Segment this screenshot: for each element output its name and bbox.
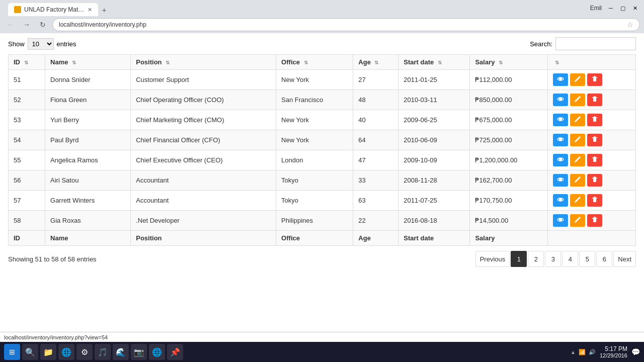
bookmark-icon[interactable]: ☆ xyxy=(627,21,633,29)
cell-salary: ₱112,000.00 xyxy=(470,70,547,90)
delete-btn[interactable] xyxy=(587,154,602,166)
address-bar[interactable]: localhost/inventory/inventory.php ☆ xyxy=(52,18,640,31)
table-row: 51Donna SniderCustomer SupportNew York27… xyxy=(9,70,636,90)
new-tab-btn[interactable]: + xyxy=(98,4,110,16)
page-btn-2[interactable]: 2 xyxy=(528,251,544,267)
cell-startdate: 2009-06-25 xyxy=(398,110,470,130)
search-input[interactable] xyxy=(555,37,636,50)
cell-age: 48 xyxy=(353,90,398,110)
col-header-id[interactable]: ID ⇅ xyxy=(9,55,45,70)
back-btn[interactable]: ← xyxy=(4,18,17,31)
tray-icon-up[interactable]: ▲ xyxy=(571,349,576,355)
col-header-startdate[interactable]: Start date ⇅ xyxy=(398,55,470,70)
col-header-position[interactable]: Position ⇅ xyxy=(131,55,276,70)
foot-col-name: Name xyxy=(45,231,131,246)
tab-title: UNLAD Factory Materi... xyxy=(24,6,85,13)
active-tab[interactable]: UNLAD Factory Materi... ✕ xyxy=(8,3,98,16)
page-btn-6[interactable]: 6 xyxy=(596,251,612,267)
previous-btn[interactable]: Previous xyxy=(475,251,510,267)
cell-id: 56 xyxy=(9,170,45,191)
tray-volume[interactable]: 🔊 xyxy=(589,349,596,355)
browser-window: UNLAD Factory Materi... ✕ + Emil ← → ↻ l… xyxy=(0,0,644,362)
edit-btn[interactable] xyxy=(570,154,585,166)
edit-btn[interactable] xyxy=(570,174,585,187)
view-btn[interactable] xyxy=(553,94,568,106)
taskbar-app4[interactable]: 🌐 xyxy=(149,344,165,360)
edit-btn[interactable] xyxy=(570,94,585,106)
search-box: Search: xyxy=(530,37,636,50)
cell-actions xyxy=(547,170,635,191)
maximize-btn[interactable] xyxy=(618,3,628,13)
forward-btn[interactable]: → xyxy=(20,18,33,31)
next-btn[interactable]: Next xyxy=(613,251,636,267)
edit-btn[interactable] xyxy=(570,114,585,126)
delete-btn[interactable] xyxy=(587,194,602,207)
cell-salary: ₱850,000.00 xyxy=(470,90,547,110)
col-header-salary[interactable]: Salary ⇅ xyxy=(470,55,547,70)
view-btn[interactable] xyxy=(553,214,568,227)
page-content: Show 10 25 50 100 entries Search: ID ⇅ N… xyxy=(0,33,644,332)
page-btn-1[interactable]: 1 xyxy=(511,251,527,267)
delete-btn[interactable] xyxy=(587,174,602,187)
taskbar-files[interactable]: 📁 xyxy=(40,344,56,360)
search-label: Search: xyxy=(530,40,552,48)
delete-btn[interactable] xyxy=(587,114,602,126)
view-btn[interactable] xyxy=(553,194,568,207)
page-btn-4[interactable]: 4 xyxy=(562,251,578,267)
edit-btn[interactable] xyxy=(570,194,585,207)
col-header-office[interactable]: Office ⇅ xyxy=(276,55,353,70)
taskbar-app1[interactable]: 🎵 xyxy=(95,344,111,360)
title-bar-right: Emil xyxy=(590,3,640,13)
taskbar-browser-chrome[interactable]: 🌐 xyxy=(58,344,74,360)
entries-label: entries xyxy=(57,40,76,48)
notification-icon[interactable]: 💬 xyxy=(631,348,640,356)
edit-btn[interactable] xyxy=(570,73,585,86)
refresh-btn[interactable]: ↻ xyxy=(36,18,49,31)
cell-office: New York xyxy=(276,70,353,90)
view-btn[interactable] xyxy=(553,154,568,166)
cell-salary: ₱170,750.00 xyxy=(470,191,547,211)
view-btn[interactable] xyxy=(553,134,568,146)
edit-btn[interactable] xyxy=(570,134,585,146)
edit-btn[interactable] xyxy=(570,214,585,227)
entries-select[interactable]: 10 25 50 100 xyxy=(28,38,54,50)
foot-col-age: Age xyxy=(353,231,398,246)
col-header-age[interactable]: Age ⇅ xyxy=(353,55,398,70)
tab-close-btn[interactable]: ✕ xyxy=(88,7,92,13)
start-btn[interactable]: ⊞ xyxy=(4,344,20,360)
cell-id: 58 xyxy=(9,211,45,231)
cell-salary: ₱1,200,000.00 xyxy=(470,150,547,170)
view-btn[interactable] xyxy=(553,73,568,86)
delete-btn[interactable] xyxy=(587,73,602,86)
table-row: 52Fiona GreenChief Operating Officer (CO… xyxy=(9,90,636,110)
minimize-btn[interactable] xyxy=(606,3,616,13)
cell-age: 33 xyxy=(353,170,398,191)
time-date: 5:17 PM 12/29/2016 xyxy=(600,345,627,358)
cell-office: Tokyo xyxy=(276,170,353,191)
col-header-name[interactable]: Name ⇅ xyxy=(45,55,131,70)
view-btn[interactable] xyxy=(553,114,568,126)
page-btn-5[interactable]: 5 xyxy=(579,251,595,267)
view-btn[interactable] xyxy=(553,174,568,187)
taskbar-app3[interactable]: 📷 xyxy=(131,344,147,360)
page-btn-3[interactable]: 3 xyxy=(545,251,561,267)
cell-name: Garrett Winters xyxy=(45,191,131,211)
close-btn[interactable] xyxy=(630,3,640,13)
tray-network[interactable]: 📶 xyxy=(579,349,586,355)
cell-position: Chief Financial Officer (CFO) xyxy=(131,130,276,150)
taskbar-settings[interactable]: ⚙ xyxy=(76,344,93,360)
cell-id: 51 xyxy=(9,70,45,90)
sort-icon-position: ⇅ xyxy=(166,60,170,65)
taskbar-search[interactable]: 🔍 xyxy=(22,344,38,360)
taskbar-app5[interactable]: 📌 xyxy=(167,344,183,360)
cell-id: 53 xyxy=(9,110,45,130)
cell-actions xyxy=(547,211,635,231)
delete-btn[interactable] xyxy=(587,214,602,227)
cell-name: Fiona Green xyxy=(45,90,131,110)
cell-position: Accountant xyxy=(131,170,276,191)
delete-btn[interactable] xyxy=(587,134,602,146)
cell-position: Chief Executive Officer (CEO) xyxy=(131,150,276,170)
taskbar-app2[interactable]: 🌊 xyxy=(113,344,129,360)
svg-rect-21 xyxy=(593,178,596,182)
delete-btn[interactable] xyxy=(587,94,602,106)
